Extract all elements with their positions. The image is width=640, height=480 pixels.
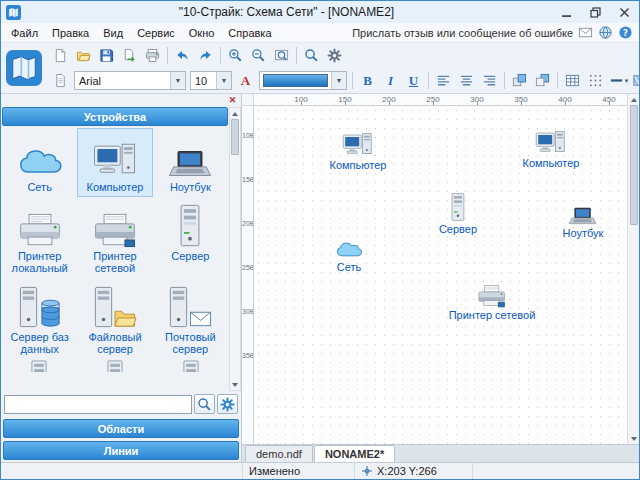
devices-panel-header[interactable]: Устройства bbox=[2, 107, 228, 126]
fill-color-select[interactable]: ▼ bbox=[259, 71, 347, 90]
diagram-canvas[interactable]: КомпьютерКомпьютерСерверНоутбукСетьПринт… bbox=[254, 106, 627, 444]
canvas-scrollbar[interactable] bbox=[627, 94, 639, 444]
menu-items: ФайлПравкаВидСервисОкноСправка bbox=[4, 24, 279, 42]
toolbar-separator bbox=[352, 72, 353, 89]
zoom-in-icon bbox=[228, 48, 243, 63]
align-right-button[interactable] bbox=[478, 70, 501, 92]
find-device-button[interactable] bbox=[300, 45, 323, 67]
font-family-select[interactable]: Arial▼ bbox=[74, 71, 186, 90]
device-item-server[interactable]: Сервер bbox=[153, 197, 228, 278]
pattern-select[interactable]: ▾ bbox=[630, 70, 639, 92]
restore-button[interactable] bbox=[581, 1, 610, 23]
device-item-printer-net[interactable]: Принтер сетевой bbox=[77, 197, 152, 278]
device-item-printer[interactable]: Принтер локальный bbox=[2, 197, 77, 278]
areas-panel-header[interactable]: Области bbox=[3, 419, 239, 438]
send-back-icon bbox=[535, 73, 550, 88]
export-button[interactable] bbox=[118, 45, 141, 67]
diagram-node-printer-net[interactable]: Принтер сетевой bbox=[449, 284, 536, 321]
scroll-down-icon[interactable] bbox=[629, 433, 639, 444]
send-to-back-button[interactable] bbox=[531, 70, 554, 92]
diagram-node-computer[interactable]: Компьютер bbox=[523, 128, 580, 169]
scroll-down-icon[interactable] bbox=[230, 379, 240, 390]
undo-button[interactable] bbox=[171, 45, 194, 67]
ruler-tick bbox=[609, 102, 610, 105]
device-label: Почтовый сервер bbox=[155, 331, 226, 355]
toolbar-separator bbox=[428, 72, 429, 89]
computer-icon bbox=[342, 130, 374, 158]
app-logo-icon bbox=[1, 43, 47, 93]
grid-toggle-button[interactable] bbox=[584, 70, 607, 92]
minimize-button[interactable] bbox=[552, 1, 581, 23]
tab-noname2[interactable]: NONAME2* bbox=[314, 445, 395, 462]
lines-panel-header[interactable]: Линии bbox=[3, 441, 239, 460]
underline-button[interactable]: U bbox=[402, 70, 425, 92]
device-item-file-server[interactable]: Файловый сервер bbox=[77, 278, 152, 359]
font-size-select[interactable]: 10▼ bbox=[190, 71, 232, 90]
diagram-node-server[interactable]: Сервер bbox=[439, 192, 477, 235]
menu-service[interactable]: Сервис bbox=[130, 24, 182, 42]
open-button[interactable] bbox=[72, 45, 95, 67]
diagram-node-cloud[interactable]: Сеть bbox=[335, 240, 363, 273]
chevron-down-icon: ▼ bbox=[170, 72, 185, 89]
diagram-node-computer[interactable]: Компьютер bbox=[330, 130, 387, 171]
scroll-up-icon[interactable] bbox=[230, 108, 240, 119]
menu-view[interactable]: Вид bbox=[96, 24, 130, 42]
line-style-select[interactable]: ▾ bbox=[607, 70, 630, 92]
save-button[interactable] bbox=[95, 45, 118, 67]
scroll-up-icon[interactable] bbox=[629, 94, 639, 105]
feedback-link[interactable]: Прислать отзыв или сообщение об ошибке bbox=[352, 27, 573, 39]
font-color-button[interactable]: A bbox=[234, 70, 257, 92]
new-document-button[interactable] bbox=[49, 45, 72, 67]
scrollbar-thumb[interactable] bbox=[231, 119, 239, 155]
align-center-button[interactable] bbox=[455, 70, 478, 92]
menu-edit[interactable]: Правка bbox=[45, 24, 96, 42]
insert-table-button[interactable] bbox=[561, 70, 584, 92]
device-label: Принтер локальный bbox=[4, 250, 75, 274]
device-item-computer[interactable]: Компьютер bbox=[77, 128, 152, 197]
tab-demo[interactable]: demo.ndf bbox=[245, 445, 313, 462]
align-center-icon bbox=[459, 73, 474, 88]
mail-icon[interactable] bbox=[578, 25, 593, 40]
scrollbar-thumb[interactable] bbox=[630, 105, 638, 225]
ruler-tick bbox=[345, 102, 346, 105]
device-item-cloud[interactable]: Сеть bbox=[2, 128, 77, 197]
device-item-mail-server[interactable]: Почтовый сервер bbox=[153, 278, 228, 359]
undo-icon bbox=[175, 48, 190, 63]
menu-window[interactable]: Окно bbox=[182, 24, 222, 42]
zoom-in-button[interactable] bbox=[224, 45, 247, 67]
print-icon bbox=[145, 48, 160, 63]
menu-help[interactable]: Справка bbox=[221, 24, 278, 42]
device-label: Файловый сервер bbox=[79, 331, 150, 355]
align-left-button[interactable] bbox=[432, 70, 455, 92]
save-icon bbox=[99, 48, 114, 63]
menu-file[interactable]: Файл bbox=[4, 24, 45, 42]
palette-scrollbar[interactable] bbox=[229, 107, 241, 391]
toolbar-main bbox=[47, 43, 639, 68]
redo-button[interactable] bbox=[194, 45, 217, 67]
device-item-laptop[interactable]: Ноутбук bbox=[153, 128, 228, 197]
zoom-out-button[interactable] bbox=[247, 45, 270, 67]
titlebar[interactable]: "10-Страйк: Схема Сети" - [NONAME2] bbox=[1, 1, 639, 23]
partial-device-icon bbox=[27, 359, 51, 372]
device-search-input[interactable] bbox=[4, 395, 192, 414]
modified-status: Изменено bbox=[249, 465, 300, 477]
device-search-button[interactable] bbox=[194, 394, 215, 414]
italic-button[interactable]: I bbox=[379, 70, 402, 92]
mail-server-icon bbox=[167, 283, 213, 329]
device-filter-button[interactable] bbox=[217, 394, 238, 414]
print-button[interactable] bbox=[141, 45, 164, 67]
close-button[interactable] bbox=[610, 1, 639, 23]
close-panel-button[interactable]: ✕ bbox=[227, 95, 238, 106]
zoom-fit-button[interactable] bbox=[270, 45, 293, 67]
bold-button[interactable]: B bbox=[356, 70, 379, 92]
device-palette: ✕ Устройства СетьКомпьютерНоутбукПринтер… bbox=[1, 94, 242, 462]
partial-device-icon bbox=[179, 359, 203, 372]
diagram-node-laptop[interactable]: Ноутбук bbox=[563, 207, 604, 239]
help-icon[interactable]: ? bbox=[618, 25, 633, 40]
settings-button[interactable] bbox=[323, 45, 346, 67]
globe-icon[interactable] bbox=[598, 25, 613, 40]
page-setup-button[interactable] bbox=[49, 70, 72, 92]
device-item-db-server[interactable]: Сервер баз данных bbox=[2, 278, 77, 359]
bring-to-front-button[interactable] bbox=[508, 70, 531, 92]
ruler-tick bbox=[521, 102, 522, 105]
